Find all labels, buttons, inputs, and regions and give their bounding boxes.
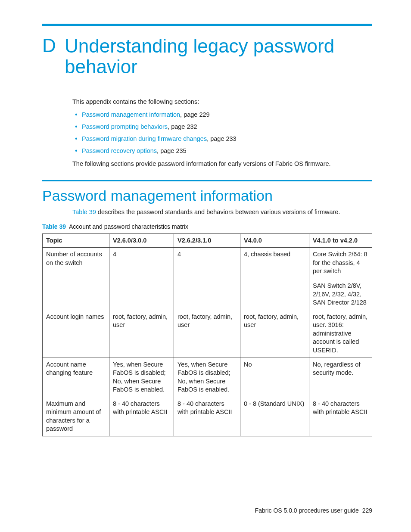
cell: No, regardless of security mode.: [309, 358, 372, 397]
intro-block: This appendix contains the following sec…: [72, 98, 372, 167]
cell-text: Core Switch 2/64: 8 for the chassis, 4 p…: [313, 251, 367, 274]
cell: 4, chassis based: [240, 248, 309, 310]
cell: 8 - 40 characters with printable ASCII: [309, 397, 372, 436]
table-row: Maximum and minimum amount of characters…: [43, 397, 372, 436]
table-row: Number of accounts on the switch 4 4 4, …: [43, 248, 372, 310]
cell-text: SAN Switch 2/8V, 2/16V, 2/32, 4/32, SAN …: [313, 282, 368, 307]
cell: 8 - 40 characters with printable ASCII: [109, 397, 174, 436]
cell: Account name changing feature: [43, 358, 109, 397]
table-row: Account login names root, factory, admin…: [43, 310, 372, 358]
cell: root, factory, admin, user: [240, 310, 309, 358]
header-rule: [42, 24, 372, 26]
link-item: Password recovery options, page 235: [72, 147, 372, 154]
intro-lead: This appendix contains the following sec…: [72, 98, 372, 105]
link-password-recovery[interactable]: Password recovery options: [82, 147, 157, 154]
col-v410: V4.1.0 to v4.2.0: [309, 233, 372, 248]
footer-text: Fabric OS 5.0.0 procedures user guide: [255, 507, 359, 514]
section-intro-rest: describes the password standards and beh…: [96, 208, 340, 215]
table-ref-link[interactable]: Table 39: [72, 208, 96, 215]
chapter-heading: D Understanding legacy password behavior: [42, 36, 372, 78]
cell: 0 - 8 (Standard UNIX): [240, 397, 309, 436]
table-row: Account name changing feature Yes, when …: [43, 358, 372, 397]
col-topic: Topic: [43, 233, 109, 248]
cell: root, factory, admin, user: [109, 310, 174, 358]
cell: No: [240, 358, 309, 397]
cell: Account login names: [43, 310, 109, 358]
link-password-mgmt[interactable]: Password management information: [82, 111, 180, 118]
link-item: Password migration during firmware chang…: [72, 135, 372, 142]
table-caption-text: Account and password characteristics mat…: [69, 223, 188, 230]
cell: 8 - 40 characters with printable ASCII: [174, 397, 240, 436]
section-intro: Table 39 describes the password standard…: [72, 208, 372, 215]
col-v262: V2.6.2/3.1.0: [174, 233, 240, 248]
intro-followup: The following sections provide password …: [72, 160, 372, 167]
section-links: Password management information, page 22…: [72, 111, 372, 154]
chapter-title: Understanding legacy password behavior: [65, 36, 372, 78]
section-heading: Password management information: [42, 187, 372, 204]
cell: root, factory, admin, user. 3016: admini…: [309, 310, 372, 358]
cell: Yes, when Secure FabOS is disabled; No, …: [109, 358, 174, 397]
password-matrix-table: Topic V2.6.0/3.0.0 V2.6.2/3.1.0 V4.0.0 V…: [42, 233, 372, 436]
link-suffix: , page 232: [168, 123, 197, 130]
link-suffix: , page 235: [157, 147, 187, 154]
table-header-row: Topic V2.6.0/3.0.0 V2.6.2/3.1.0 V4.0.0 V…: [43, 233, 372, 248]
link-item: Password management information, page 22…: [72, 111, 372, 118]
cell: 4: [174, 248, 240, 310]
cell: Core Switch 2/64: 8 for the chassis, 4 p…: [309, 248, 372, 310]
col-v400: V4.0.0: [240, 233, 309, 248]
link-password-migration[interactable]: Password migration during firmware chang…: [82, 135, 207, 142]
link-item: Password prompting behaviors, page 232: [72, 123, 372, 130]
link-suffix: , page 229: [180, 111, 210, 118]
cell: Yes, when Secure FabOS is disabled; No, …: [174, 358, 240, 397]
col-v260: V2.6.0/3.0.0: [109, 233, 174, 248]
table-label: Table 39: [42, 223, 66, 230]
section-rule: [42, 180, 372, 181]
table-caption: Table 39 Account and password characteri…: [42, 223, 372, 230]
chapter-letter: D: [42, 36, 55, 56]
link-password-prompting[interactable]: Password prompting behaviors: [82, 123, 168, 130]
page-footer: Fabric OS 5.0.0 procedures user guide 22…: [255, 507, 372, 514]
cell: Maximum and minimum amount of characters…: [43, 397, 109, 436]
page-number: 229: [362, 507, 372, 514]
link-suffix: , page 233: [207, 135, 237, 142]
cell: Number of accounts on the switch: [43, 248, 109, 310]
cell: root, factory, admin, user: [174, 310, 240, 358]
cell: 4: [109, 248, 174, 310]
